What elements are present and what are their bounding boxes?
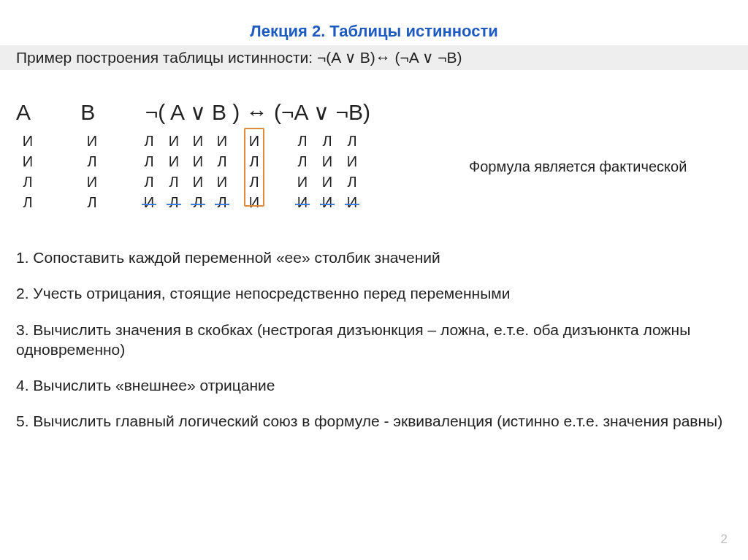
truth-cell: И (212, 172, 232, 192)
truth-cell: И (82, 131, 102, 151)
formula-header: A B ¬( A ∨ B ) ↔ (¬A ∨ ¬B) (16, 99, 748, 125)
steps-list: 1. Сопоставить каждой переменной «ее» ст… (16, 248, 726, 431)
lecture-title: Лекция 2. Таблицы истинности (0, 0, 748, 41)
truth-cell: Л (188, 192, 208, 212)
truth-cell: И (139, 192, 159, 212)
header-expression: ¬( A ∨ B ) ↔ (¬A ∨ ¬B) (145, 99, 370, 125)
main-connective-box (244, 128, 264, 207)
truth-cell: Л (342, 131, 362, 151)
truth-cell: И (18, 151, 38, 172)
truth-cell: Л (212, 192, 232, 212)
truth-cell: И (292, 172, 313, 192)
header-B: B (80, 100, 139, 125)
truth-column-7: ЛЛИИ (292, 131, 313, 212)
example-subtitle: Пример построения таблицы истинности: ¬(… (0, 45, 748, 70)
truth-cell: И (292, 192, 313, 212)
truth-table: Формула является фактической ИИЛЛИЛИЛЛЛЛ… (16, 131, 748, 226)
truth-cell: И (342, 192, 362, 212)
truth-cell: Л (342, 172, 362, 192)
step-3: 3. Вычислить значения в скобках (нестрог… (16, 320, 726, 360)
truth-column-4: ИИИЛ (188, 131, 208, 212)
truth-column-6: ИЛЛИ (244, 131, 264, 212)
column-underline (167, 204, 181, 205)
truth-cell: И (317, 192, 337, 212)
truth-cell: Л (82, 151, 102, 172)
truth-column-9: ЛИЛИ (342, 131, 362, 212)
truth-cell: Л (292, 151, 313, 172)
column-underline (142, 204, 156, 205)
truth-cell: Л (18, 172, 38, 192)
column-underline (345, 204, 359, 205)
header-A: A (16, 100, 75, 125)
side-note: Формула является фактической (469, 158, 687, 175)
truth-cell: И (18, 131, 38, 151)
step-4: 4. Вычислить «внешнее» отрицание (16, 375, 726, 395)
truth-cell: И (164, 151, 184, 172)
column-underline (320, 204, 335, 205)
truth-column-8: ЛИИИ (317, 131, 337, 212)
truth-cell: Л (139, 151, 159, 172)
page-number: 2 (721, 532, 728, 547)
truth-column-3: ИИЛЛ (164, 131, 184, 212)
truth-cell: И (164, 131, 184, 151)
column-underline (191, 204, 205, 205)
step-2: 2. Учесть отрицания, стоящие непосредств… (16, 283, 726, 303)
truth-cell: Л (164, 192, 184, 212)
truth-cell: И (188, 172, 208, 192)
truth-column-2: ЛЛЛИ (139, 131, 159, 212)
truth-cell: И (188, 131, 208, 151)
truth-cell: И (212, 131, 232, 151)
truth-cell: Л (212, 151, 232, 172)
truth-cell: Л (164, 172, 184, 192)
truth-column-0: ИИЛЛ (18, 131, 38, 212)
truth-cell: И (82, 172, 102, 192)
truth-cell: Л (139, 172, 159, 192)
truth-cell: И (342, 151, 362, 172)
step-1: 1. Сопоставить каждой переменной «ее» ст… (16, 248, 726, 267)
truth-column-1: ИЛИЛ (82, 131, 102, 212)
truth-cell: И (317, 151, 337, 172)
column-underline (295, 204, 310, 205)
truth-column-5: ИЛИЛ (212, 131, 232, 212)
truth-cell: Л (292, 131, 313, 151)
truth-cell: Л (317, 131, 337, 151)
truth-cell: Л (82, 192, 102, 212)
truth-cell: Л (139, 131, 159, 151)
truth-cell: И (317, 172, 337, 192)
step-5: 5. Вычислить главный логический союз в ф… (16, 411, 726, 431)
truth-cell: И (188, 151, 208, 172)
truth-cell: Л (18, 192, 38, 212)
column-underline (215, 204, 229, 205)
